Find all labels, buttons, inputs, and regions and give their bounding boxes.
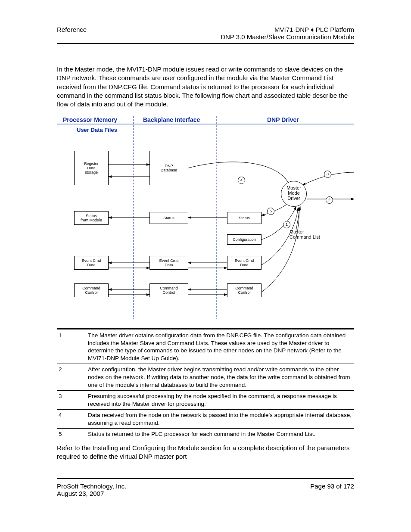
footer-right: Page 93 of 172 <box>310 482 354 497</box>
table-row: 1 The Master driver obtains configuratio… <box>57 330 354 364</box>
header-right-1: MVI71-DNP ♦ PLC Platform <box>221 26 354 33</box>
header-rule <box>57 43 354 44</box>
footer-left: ProSoft Technology, Inc. August 23, 2007 <box>57 482 126 497</box>
step-desc: The Master driver obtains configuration … <box>88 332 354 362</box>
header-right-2: DNP 3.0 Master/Slave Communication Modul… <box>221 33 354 40</box>
header-left: Reference <box>57 26 87 33</box>
footer-company: ProSoft Technology, Inc. <box>57 482 126 490</box>
box-status-right: Status <box>227 212 262 224</box>
box-evt-mid: Event CmdData <box>149 256 188 270</box>
box-register: RegisterDatastorage <box>74 151 109 185</box>
header-right: MVI71-DNP ♦ PLC Platform DNP 3.0 Master/… <box>221 26 354 40</box>
box-evt-right: Event CmdData <box>227 256 262 270</box>
footer-date: August 23, 2007 <box>57 490 126 497</box>
step-desc: Status is returned to the PLC processor … <box>88 430 354 438</box>
flow-diagram: Processor Memory Backplane Interface DNP… <box>57 116 354 319</box>
step-num: 1 <box>57 332 88 362</box>
page: Reference MVI71-DNP ♦ PLC Platform DNP 3… <box>0 0 411 532</box>
step-num: 3 <box>57 392 88 408</box>
step-desc: Presuming successful processing by the n… <box>88 392 354 408</box>
body-paragraph: In the Master mode, the MVI71-DNP module… <box>57 65 354 109</box>
table-row: 3 Presuming successful processing by the… <box>57 391 354 410</box>
table-row: 5 Status is returned to the PLC processo… <box>57 429 354 440</box>
step-num: 2 <box>57 366 88 389</box>
after-table-text: Refer to the Installing and Configuring … <box>57 444 354 461</box>
steps-table: 1 The Master driver obtains configuratio… <box>57 328 354 440</box>
box-status-mid: Status <box>149 212 188 224</box>
master-driver-label: MasterModeDriver <box>285 185 302 201</box>
step-desc: Data received from the node on the netwo… <box>88 411 354 426</box>
box-cmd-right: CommandControl <box>227 283 262 297</box>
content: In the Master mode, the MVI71-DNP module… <box>30 57 381 461</box>
footer-rule <box>57 478 354 479</box>
page-header: Reference MVI71-DNP ♦ PLC Platform DNP 3… <box>30 26 381 40</box>
master-cmd-list-label: MasterCommand List <box>290 229 328 240</box>
step-num: 5 <box>57 430 88 438</box>
step-num: 4 <box>57 411 88 426</box>
box-cmd-mid: CommandControl <box>149 283 188 297</box>
box-config: Configuration <box>227 234 262 245</box>
page-footer: ProSoft Technology, Inc. August 23, 2007… <box>30 482 381 497</box>
step-desc: After configuration, the Master driver b… <box>88 366 354 389</box>
box-status-from: Statusfrom Module <box>74 211 109 225</box>
table-row: 2 After configuration, the Master driver… <box>57 364 354 391</box>
box-cmd-left: CommandControl <box>74 283 109 297</box>
box-dnp-db: DNPDatabase <box>149 151 188 185</box>
box-evt-left: Event CmdData <box>74 256 109 270</box>
section-bar <box>57 57 109 57</box>
table-row: 4 Data received from the node on the net… <box>57 410 354 429</box>
